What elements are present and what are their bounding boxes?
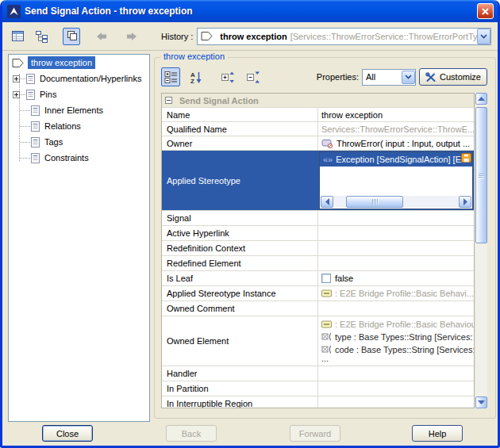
scroll-right-button[interactable]: [459, 196, 471, 208]
close-dialog-button[interactable]: Close: [42, 425, 93, 442]
row-value[interactable]: : E2E Bridge Profile::Basic Behaviour ty…: [317, 316, 474, 366]
row-label[interactable]: Handler: [162, 366, 317, 381]
section-header-row[interactable]: Send Signal Action: [162, 94, 474, 108]
table-row-applied-stereotype-instance[interactable]: Applied Stereotype Instance : E2E Bridge…: [162, 286, 474, 301]
table-row-redefined-element[interactable]: Redefined Element: [162, 256, 474, 271]
scroll-left-button[interactable]: [321, 196, 333, 208]
expand-plus-icon[interactable]: [13, 91, 20, 98]
properties-filter-combobox[interactable]: All: [362, 69, 416, 86]
stacked-view-button[interactable]: [63, 28, 80, 45]
row-label[interactable]: Owned Element: [162, 316, 317, 366]
row-label[interactable]: Signal: [162, 211, 317, 225]
row-value[interactable]: [317, 396, 474, 408]
table-row-owner[interactable]: Owner ThrowError( input : Input, output …: [162, 136, 474, 151]
forward-arrow-button[interactable]: [123, 28, 140, 45]
row-value[interactable]: Services::ThrowErrorService::ThrowE...: [317, 122, 474, 136]
forward-button[interactable]: Forward: [290, 425, 340, 442]
row-label[interactable]: Owned Comment: [162, 301, 317, 316]
scroll-up-button[interactable]: [475, 93, 487, 105]
tree-item-relations[interactable]: Relations: [9, 118, 149, 134]
back-button[interactable]: Back: [166, 425, 217, 442]
history-combobox[interactable]: throw exception [Services::ThrowErrorSer…: [197, 28, 491, 45]
row-value[interactable]: [317, 241, 474, 255]
property-table-area: Send Signal Action Name throw exception …: [161, 93, 487, 408]
table-row-signal[interactable]: Signal: [162, 211, 474, 226]
signal-pentagon-icon: [12, 58, 24, 68]
horizontal-scrollbar[interactable]: [321, 196, 471, 208]
tree-item-throw-exception[interactable]: throw exception: [9, 55, 149, 71]
collapse-minus-icon[interactable]: [165, 97, 172, 104]
tree-item-constraints[interactable]: Constraints: [9, 150, 149, 166]
row-value[interactable]: «» Exception [SendSignalAction] [E2: [317, 151, 474, 210]
owned-element-item[interactable]: : E2E Bridge Profile::Basic Behaviour: [321, 318, 474, 331]
table-row-in-partition[interactable]: In Partition: [162, 381, 474, 396]
row-label[interactable]: Applied Stereotype Instance: [162, 286, 317, 301]
title-bar[interactable]: Send Signal Action - throw exception: [2, 0, 498, 22]
behavior-icon: [321, 139, 333, 148]
row-label[interactable]: Redefinition Context: [162, 241, 317, 255]
owned-element-item[interactable]: type : Base Types::String [Services:: [321, 331, 474, 343]
row-value[interactable]: [317, 226, 474, 240]
table-row-redefinition-context[interactable]: Redefinition Context: [162, 241, 474, 256]
row-value[interactable]: ThrowError( input : Input, output ...: [317, 136, 474, 150]
top-toolbar: History : throw exception [Services::Thr…: [2, 22, 498, 51]
element-tree: throw exception Documentation/Hyperlinks: [8, 54, 150, 422]
table-row-name[interactable]: Name throw exception: [162, 108, 474, 122]
tree-item-inner-elements[interactable]: Inner Elements: [9, 102, 149, 118]
row-label[interactable]: Applied Stereotype: [162, 151, 317, 210]
tree-item-tags[interactable]: Tags: [9, 134, 149, 150]
row-value[interactable]: : E2E Bridge Profile::Basic Behavi...: [317, 286, 474, 301]
scrollbar-thumb[interactable]: [475, 107, 487, 243]
table-row-qualified-name[interactable]: Qualified Name Services::ThrowErrorServi…: [162, 122, 474, 136]
row-label[interactable]: Active Hyperlink: [162, 226, 317, 240]
tree-item-documentation[interactable]: Documentation/Hyperlinks: [9, 71, 149, 86]
properties-dropdown-arrow[interactable]: [402, 71, 415, 84]
row-value[interactable]: false: [317, 271, 474, 285]
instance-icon: [321, 320, 332, 328]
row-value[interactable]: [317, 211, 474, 225]
row-value[interactable]: [317, 381, 474, 396]
row-value[interactable]: [317, 366, 474, 381]
properties-group-panel: throw exception AZ Properties:: [154, 57, 496, 419]
tree-view-button[interactable]: [33, 28, 50, 45]
alphabetical-sort-button[interactable]: AZ: [187, 67, 206, 86]
table-row-in-interruptible-region[interactable]: In Interruptible Region: [162, 396, 474, 408]
properties-view-button[interactable]: [9, 28, 26, 45]
row-label[interactable]: Name: [162, 108, 317, 121]
row-value[interactable]: throw exception: [317, 108, 474, 121]
history-dropdown-arrow[interactable]: [477, 29, 490, 44]
row-value[interactable]: [317, 256, 474, 270]
row-label[interactable]: Redefined Element: [162, 256, 317, 270]
table-row-owned-element[interactable]: Owned Element : E2E Bridge Profile::Basi…: [162, 316, 474, 366]
stereotype-list-item[interactable]: «» Exception [SendSignalAction] [E2: [320, 152, 472, 167]
tree-item-pins[interactable]: Pins: [9, 86, 149, 102]
scroll-down-button[interactable]: [475, 396, 487, 408]
row-label[interactable]: In Partition: [162, 381, 317, 396]
scrollbar-thumb[interactable]: [346, 196, 403, 208]
row-value[interactable]: [317, 301, 474, 316]
expand-all-button[interactable]: [218, 67, 237, 86]
table-row-active-hyperlink[interactable]: Active Hyperlink: [162, 226, 474, 241]
table-vertical-scrollbar[interactable]: [475, 93, 487, 408]
row-label[interactable]: In Interruptible Region: [162, 396, 317, 408]
stereotype-list[interactable]: «» Exception [SendSignalAction] [E2: [320, 152, 472, 209]
row-label[interactable]: Qualified Name: [162, 122, 317, 136]
close-button[interactable]: [477, 3, 494, 19]
dialog-body: History : throw exception [Services::Thr…: [2, 22, 498, 446]
table-row-owned-comment[interactable]: Owned Comment: [162, 301, 474, 316]
row-label[interactable]: Owner: [162, 136, 317, 150]
collapse-all-button[interactable]: [244, 67, 263, 86]
table-row-handler[interactable]: Handler: [162, 366, 474, 381]
help-button[interactable]: Help: [412, 425, 463, 442]
row-label[interactable]: Is Leaf: [162, 271, 317, 285]
customize-button[interactable]: Customize: [419, 68, 487, 86]
table-row-is-leaf[interactable]: Is Leaf false: [162, 271, 474, 286]
expand-plus-icon[interactable]: [13, 75, 20, 82]
pin-icon: [321, 332, 332, 342]
is-leaf-checkbox[interactable]: [321, 274, 331, 283]
back-arrow-button[interactable]: [93, 28, 110, 45]
owned-element-item[interactable]: code : Base Types::String [Services:: [321, 343, 474, 356]
save-edit-icon[interactable]: [461, 153, 471, 163]
table-row-applied-stereotype[interactable]: Applied Stereotype «» Exception [SendSig…: [162, 151, 474, 211]
categorized-view-button[interactable]: [161, 67, 180, 86]
